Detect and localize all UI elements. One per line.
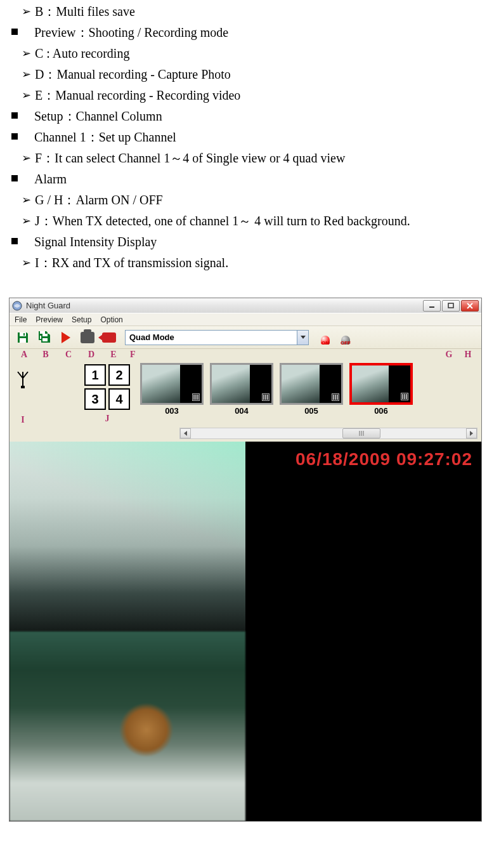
dropdown-arrow-button[interactable] (297, 331, 308, 345)
maximize-button[interactable] (442, 300, 460, 312)
channel-grid[interactable]: 1 2 3 4 (84, 364, 130, 410)
arrow-bullet-icon: ➢ (22, 192, 31, 208)
thumbnail-selected[interactable]: 006 (349, 363, 413, 416)
label-b: B (35, 350, 56, 360)
dropdown-value: Quad Mode (126, 332, 297, 342)
channel-4-cell[interactable]: 4 (108, 388, 130, 410)
auto-record-button[interactable] (56, 328, 75, 347)
thumb-label: 004 (235, 406, 249, 416)
channel-2-cell[interactable]: 2 (108, 364, 130, 386)
arrow-bullet-icon: ➢ (22, 87, 31, 103)
alarm-off-label: OFF (341, 340, 351, 346)
list-text: I：RX and TX of transmission signal. (35, 254, 483, 272)
channel-3-cell[interactable]: 3 (84, 388, 106, 410)
minimize-button[interactable] (423, 300, 441, 312)
channel-mode-dropdown[interactable]: Quad Mode (125, 330, 309, 345)
menu-option[interactable]: Option (100, 315, 122, 324)
label-e: E (102, 350, 125, 360)
triangle-left-icon (184, 431, 187, 436)
film-icon (262, 393, 269, 401)
list-text: F：It can select Channel 1～4 of Single vi… (35, 149, 483, 168)
letter-labels-row: A B C D E F G H (10, 349, 481, 360)
svg-rect-9 (42, 338, 48, 341)
svg-rect-2 (448, 303, 453, 308)
label-j: J (105, 414, 110, 424)
scroll-handle[interactable] (342, 428, 380, 438)
thumbnail[interactable]: 003 (140, 363, 204, 416)
arrow-bullet-icon: ➢ (22, 66, 31, 82)
film-icon (192, 393, 200, 401)
thumb-label: 005 (304, 406, 318, 416)
label-g: G (439, 350, 458, 360)
thumbnail[interactable]: 005 (280, 363, 343, 416)
film-icon (332, 393, 339, 401)
multi-save-button[interactable] (35, 328, 54, 347)
app-icon (12, 301, 22, 311)
list-text: G / H：Alarm ON / OFF (35, 191, 483, 209)
list-text: E：Manual recording - Recording video (35, 86, 483, 105)
thumbnail[interactable]: 004 (210, 363, 273, 416)
record-video-button[interactable] (100, 328, 119, 347)
thumbnail-strip: 003 004 005 006 (140, 363, 477, 416)
svg-rect-8 (42, 334, 48, 336)
arrow-bullet-icon: ➢ (22, 45, 31, 62)
label-c: C (56, 350, 81, 360)
svg-rect-4 (20, 338, 26, 343)
svg-rect-3 (20, 332, 26, 336)
alarm-on-label: ON (321, 340, 329, 346)
video-quadrant-right (245, 442, 481, 821)
menu-file[interactable]: File (15, 315, 27, 324)
svg-rect-1 (429, 306, 434, 308)
square-bullet-icon (11, 133, 18, 140)
list-text: Signal Intensity Display (34, 233, 483, 251)
scroll-left-button[interactable] (180, 428, 191, 438)
titlebar[interactable]: Night Guard (10, 298, 481, 313)
thumbnail-scrollbar[interactable] (179, 428, 477, 439)
menu-preview[interactable]: Preview (36, 315, 63, 324)
arrow-bullet-icon: ➢ (22, 213, 31, 229)
arrow-bullet-icon: ➢ (22, 3, 31, 20)
window-controls (423, 300, 479, 312)
save-button[interactable] (13, 328, 32, 347)
video-quadrant-top-left (10, 442, 245, 631)
alarm-on-button[interactable]: ON (316, 331, 334, 345)
window-title: Night Guard (26, 301, 70, 310)
film-icon (401, 393, 408, 400)
arrow-bullet-icon: ➢ (22, 150, 31, 166)
label-d: D (81, 350, 102, 360)
list-text: Alarm (34, 170, 483, 188)
mid-row: I 1 2 3 4 J 003 004 (10, 360, 481, 426)
video-camera-icon (102, 332, 116, 343)
camera-icon (81, 332, 94, 343)
scroll-right-button[interactable] (466, 428, 477, 438)
alarm-off-button[interactable]: OFF (337, 331, 354, 345)
list-text: Setup：Channel Column (34, 107, 483, 126)
label-h: H (458, 350, 477, 360)
video-timestamp: 06/18/2009 09:27:02 (295, 449, 472, 470)
night-guard-window: Night Guard File Preview Setup Option (9, 298, 482, 822)
scroll-track[interactable] (191, 428, 466, 438)
video-viewport: 06/18/2009 09:27:02 (10, 442, 481, 821)
list-text: B：Multi files save (35, 3, 483, 21)
square-bullet-icon (11, 238, 18, 244)
document-body: ➢B：Multi files save Preview：Shooting / R… (0, 3, 487, 272)
svg-rect-6 (40, 331, 45, 334)
list-text: J：When TX detected, one of channel 1～ 4 … (35, 212, 483, 230)
list-text: D：Manual recording - Capture Photo (35, 65, 483, 84)
channel-1-cell[interactable]: 1 (84, 364, 106, 386)
signal-intensity: I (13, 368, 32, 425)
label-f: F (125, 350, 153, 360)
list-text: C : Auto recording (35, 44, 483, 63)
close-button[interactable] (461, 300, 479, 312)
thumb-label: 006 (374, 406, 388, 416)
menu-setup[interactable]: Setup (72, 315, 91, 324)
label-i: I (21, 415, 24, 425)
arrow-bullet-icon: ➢ (22, 254, 31, 271)
svg-rect-10 (21, 386, 25, 388)
capture-photo-button[interactable] (78, 328, 97, 347)
list-text: Channel 1：Set up Channel (34, 128, 483, 147)
thumb-label: 003 (165, 406, 179, 416)
square-bullet-icon (11, 29, 18, 35)
svg-rect-5 (23, 333, 25, 336)
list-text: Preview：Shooting / Recording mode (34, 23, 483, 42)
